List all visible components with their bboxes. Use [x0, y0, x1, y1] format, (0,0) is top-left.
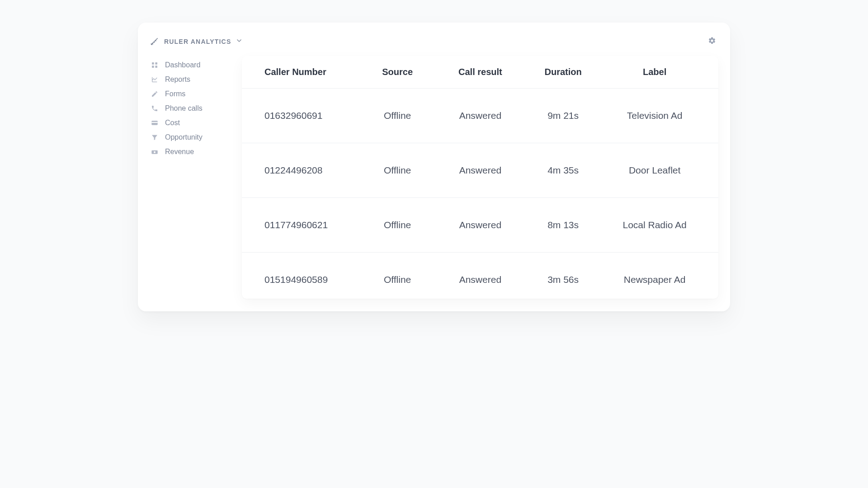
credit-card-icon: [151, 119, 159, 127]
funnel-icon: [151, 133, 159, 141]
cell-call-result: Answered: [439, 110, 522, 121]
phone-icon: [151, 104, 159, 113]
ruler-logo-icon: [150, 37, 160, 47]
cell-duration: 3m 56s: [522, 274, 604, 285]
body: Dashboard Reports Forms Phone calls: [150, 56, 718, 299]
table-row[interactable]: 01632960691 Offline Answered 9m 21s Tele…: [242, 89, 718, 143]
app-card: RULER ANALYTICS Dashboard: [138, 23, 730, 311]
calls-table-card: Caller Number Source Call result Duratio…: [242, 56, 718, 299]
sidebar-item-label: Cost: [165, 119, 180, 127]
cell-caller-number: 015194960589: [255, 274, 356, 285]
svg-rect-5: [151, 122, 157, 123]
sidebar-item-cost[interactable]: Cost: [150, 116, 231, 130]
cell-caller-number: 01224496208: [255, 165, 356, 176]
chart-icon: [151, 75, 159, 84]
workspace-switcher[interactable]: RULER ANALYTICS: [150, 37, 243, 47]
sidebar-item-label: Forms: [165, 90, 185, 98]
sidebar-item-dashboard[interactable]: Dashboard: [150, 58, 231, 72]
column-header-source[interactable]: Source: [356, 66, 439, 78]
sidebar-item-label: Dashboard: [165, 61, 200, 69]
cell-duration: 8m 13s: [522, 220, 604, 230]
table-row[interactable]: 01224496208 Offline Answered 4m 35s Door…: [242, 143, 718, 198]
table-row[interactable]: 011774960621 Offline Answered 8m 13s Loc…: [242, 198, 718, 253]
svg-point-7: [154, 151, 156, 153]
sidebar-item-revenue[interactable]: Revenue: [150, 145, 231, 159]
column-header-call-result[interactable]: Call result: [439, 66, 522, 78]
sidebar-item-phone-calls[interactable]: Phone calls: [150, 101, 231, 116]
table-row[interactable]: 015194960589 Offline Answered 3m 56s New…: [242, 253, 718, 299]
calls-table: Caller Number Source Call result Duratio…: [242, 56, 718, 299]
sidebar-item-label: Phone calls: [165, 104, 203, 113]
cell-source: Offline: [356, 110, 439, 121]
svg-rect-0: [152, 62, 154, 65]
sidebar-item-label: Reports: [165, 75, 190, 84]
column-header-duration[interactable]: Duration: [522, 66, 604, 78]
cell-label: Television Ad: [604, 110, 705, 121]
cell-source: Offline: [356, 274, 439, 285]
sidebar-item-label: Opportunity: [165, 133, 203, 141]
chevron-down-icon: [236, 37, 243, 46]
svg-rect-3: [155, 66, 157, 68]
cell-caller-number: 01632960691: [255, 110, 356, 121]
column-header-label[interactable]: Label: [604, 66, 705, 78]
svg-rect-2: [152, 66, 154, 68]
column-header-caller-number[interactable]: Caller Number: [255, 66, 356, 78]
sidebar-item-opportunity[interactable]: Opportunity: [150, 130, 231, 145]
sidebar-item-reports[interactable]: Reports: [150, 72, 231, 87]
sidebar-item-forms[interactable]: Forms: [150, 87, 231, 101]
cell-call-result: Answered: [439, 274, 522, 285]
cell-source: Offline: [356, 220, 439, 230]
cell-duration: 4m 35s: [522, 165, 604, 176]
svg-rect-1: [155, 62, 157, 65]
cell-call-result: Answered: [439, 220, 522, 230]
settings-button[interactable]: [706, 35, 718, 48]
cell-source: Offline: [356, 165, 439, 176]
cell-call-result: Answered: [439, 165, 522, 176]
workspace-name: RULER ANALYTICS: [164, 38, 231, 45]
table-header-row: Caller Number Source Call result Duratio…: [242, 56, 718, 89]
gear-icon: [708, 37, 716, 47]
cell-caller-number: 011774960621: [255, 220, 356, 230]
sidebar-item-label: Revenue: [165, 148, 194, 156]
pencil-icon: [151, 90, 159, 98]
cell-label: Door Leaflet: [604, 165, 705, 176]
money-icon: [151, 148, 159, 156]
cell-label: Newspaper Ad: [604, 274, 705, 285]
header: RULER ANALYTICS: [150, 35, 718, 48]
cell-duration: 9m 21s: [522, 110, 604, 121]
sidebar: Dashboard Reports Forms Phone calls: [150, 56, 231, 299]
cell-label: Local Radio Ad: [604, 220, 705, 230]
grid-icon: [151, 61, 159, 69]
